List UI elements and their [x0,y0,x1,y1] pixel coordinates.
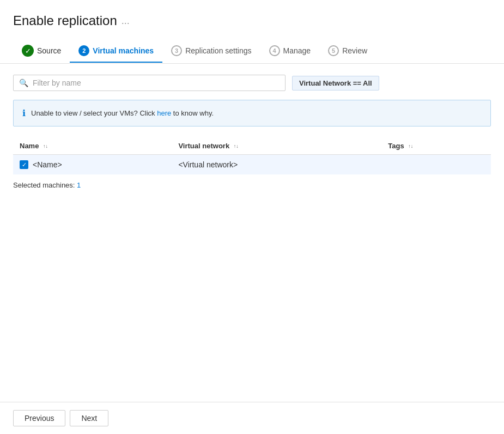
source-check-icon: ✓ [22,45,34,57]
selected-count-label: Selected machines: [13,181,77,189]
tab-review-label: Review [342,46,367,55]
tab-manage[interactable]: 4 Manage [260,40,320,63]
info-link[interactable]: here [157,109,171,117]
tab-review[interactable]: 5 Review [319,40,376,63]
search-input[interactable] [33,79,280,87]
tab-manage-label: Manage [283,46,311,55]
filter-row: 🔍 Virtual Network == All [13,75,491,91]
vnet-badge-prefix: Virtual Network == [299,79,363,87]
search-icon: 🔍 [19,79,28,87]
filter-input-wrapper[interactable]: 🔍 [13,75,286,91]
vnet-badge-value: All [363,79,372,87]
tags-sort-icon[interactable]: ↑↓ [408,144,413,149]
tab-replication-settings[interactable]: 3 Replication settings [162,40,260,63]
next-button[interactable]: Next [70,410,108,426]
selected-count-link[interactable]: 1 [77,181,81,189]
main-content: 🔍 Virtual Network == All ℹ Unable to vie… [0,64,504,402]
col-name[interactable]: Name ↑↓ [13,137,172,155]
vnet-filter-badge[interactable]: Virtual Network == All [292,76,379,91]
row-vnet: <Virtual network> [178,160,238,169]
table-header: Name ↑↓ Virtual network ↑↓ Tags ↑↓ [13,137,491,155]
vnet-sort-icon[interactable]: ↑↓ [234,144,239,149]
info-banner: ℹ Unable to view / select your VMs? Clic… [13,100,491,126]
check-icon: ✓ [22,162,27,168]
tab-manage-circle: 4 [269,45,280,56]
tab-rep-circle: 3 [171,45,182,56]
table-body: ✓ <Name> <Virtual network> [13,155,491,175]
row-name: <Name> [33,160,62,169]
info-text-after: to know why. [171,109,214,117]
tab-rep-label: Replication settings [185,46,251,55]
enable-replication-page: Enable replication ... ✓ Source 2 Virtua… [0,0,504,434]
selected-count: Selected machines: 1 [13,181,491,189]
row-vnet-cell: <Virtual network> [172,155,381,175]
tab-virtual-machines[interactable]: 2 Virtual machines [70,40,162,63]
tab-vm-label: Virtual machines [93,46,154,55]
previous-button[interactable]: Previous [13,410,65,426]
tab-vm-circle: 2 [78,45,89,56]
footer: Previous Next [0,402,504,434]
info-icon: ℹ [22,108,26,118]
vm-table: Name ↑↓ Virtual network ↑↓ Tags ↑↓ [13,137,491,174]
tab-manage-number: 4 [273,47,276,54]
tab-review-number: 5 [332,47,335,54]
row-tags-cell [381,155,491,175]
col-virtual-network[interactable]: Virtual network ↑↓ [172,137,381,155]
name-sort-icon[interactable]: ↑↓ [43,144,48,149]
header: Enable replication ... [0,0,504,28]
tab-source-label: Source [37,46,61,55]
tab-rep-number: 3 [175,47,178,54]
info-banner-text: Unable to view / select your VMs? Click … [31,109,214,117]
page-title-ellipsis: ... [122,15,130,27]
table-row[interactable]: ✓ <Name> <Virtual network> [13,155,491,175]
page-title: Enable replication ... [13,13,491,28]
col-tags[interactable]: Tags ↑↓ [381,137,491,155]
tab-vm-number: 2 [82,47,86,54]
page-title-text: Enable replication [13,13,117,28]
row-name-cell: ✓ <Name> [13,155,172,175]
info-text-before: Unable to view / select your VMs? Click [31,109,157,117]
tab-review-circle: 5 [328,45,339,56]
tab-source[interactable]: ✓ Source [13,39,70,63]
row-checkbox[interactable]: ✓ [20,160,28,169]
tabs-nav: ✓ Source 2 Virtual machines 3 Replicatio… [0,28,504,64]
